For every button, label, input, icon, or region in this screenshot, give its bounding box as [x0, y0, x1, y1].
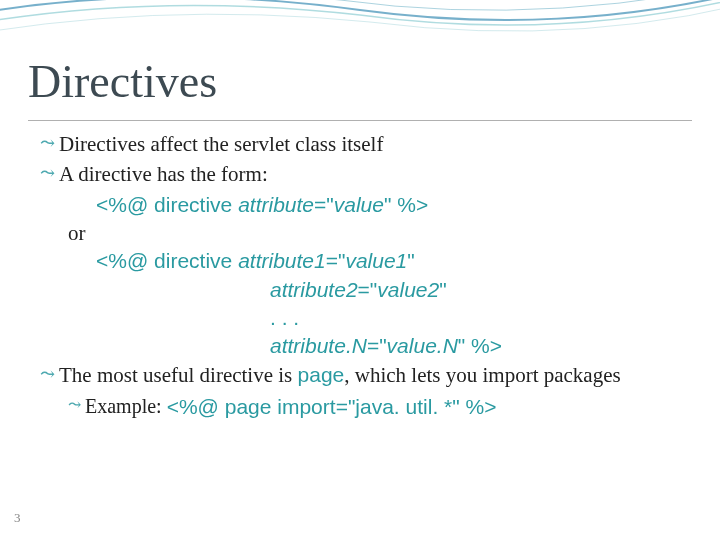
code-line-dots: . . . [40, 304, 690, 332]
bullet-1: ⤳ Directives affect the servlet class it… [40, 130, 690, 158]
example-label: Example: [85, 393, 162, 420]
code-attr2: attribute2 [270, 278, 358, 301]
example-line: ⤳ Example: <%@ page import="java. util. … [40, 393, 690, 421]
code-eq: =" [326, 249, 346, 272]
code-q: " [439, 278, 446, 301]
code-suffix: " %> [384, 193, 428, 216]
code-val1: value1 [345, 249, 407, 272]
bullet-1-text: Directives affect the servlet class itse… [59, 130, 690, 158]
bullet-icon: ⤳ [40, 160, 55, 186]
code-eq: =" [314, 193, 334, 216]
code-line-2b: attribute2="value2" [40, 276, 690, 304]
bullet-2-text: A directive has the form: [59, 160, 690, 188]
bullet-3: ⤳ The most useful directive is page, whi… [40, 361, 690, 389]
code-attrN: attribute.N [270, 334, 367, 357]
or-text: or [40, 219, 690, 247]
code-val: value [334, 193, 384, 216]
bullet-icon: ⤳ [40, 361, 55, 387]
code-attr1: attribute1 [238, 249, 326, 272]
code-valN: value.N [387, 334, 458, 357]
code-q: " [407, 249, 414, 272]
bullet-icon: ⤳ [40, 130, 55, 156]
code-dots: . . . [270, 306, 299, 329]
code-attr: attribute [238, 193, 314, 216]
b3-pre: The most useful directive is [59, 363, 298, 387]
page-title: Directives [28, 55, 217, 108]
code-line-1: <%@ directive attribute="value" %> [40, 191, 690, 219]
code-eq: =" [367, 334, 387, 357]
code-end: " %> [458, 334, 502, 357]
content-area: ⤳ Directives affect the servlet class it… [40, 130, 690, 421]
code-eq: =" [358, 278, 378, 301]
b3-code: page [298, 363, 345, 386]
title-divider [28, 120, 692, 121]
code-val2: value2 [377, 278, 439, 301]
code-line-2n: attribute.N="value.N" %> [40, 332, 690, 360]
code-text: <%@ directive [96, 193, 238, 216]
code-prefix: <%@ directive [96, 249, 238, 272]
bullet-2: ⤳ A directive has the form: [40, 160, 690, 188]
code-line-2a: <%@ directive attribute1="value1" [40, 247, 690, 275]
bullet-3-text: The most useful directive is page, which… [59, 361, 690, 389]
page-number: 3 [14, 510, 21, 526]
example-code: <%@ page import="java. util. *" %> [167, 393, 497, 421]
bullet-icon: ⤳ [68, 393, 81, 416]
b3-post: , which lets you import packages [344, 363, 620, 387]
